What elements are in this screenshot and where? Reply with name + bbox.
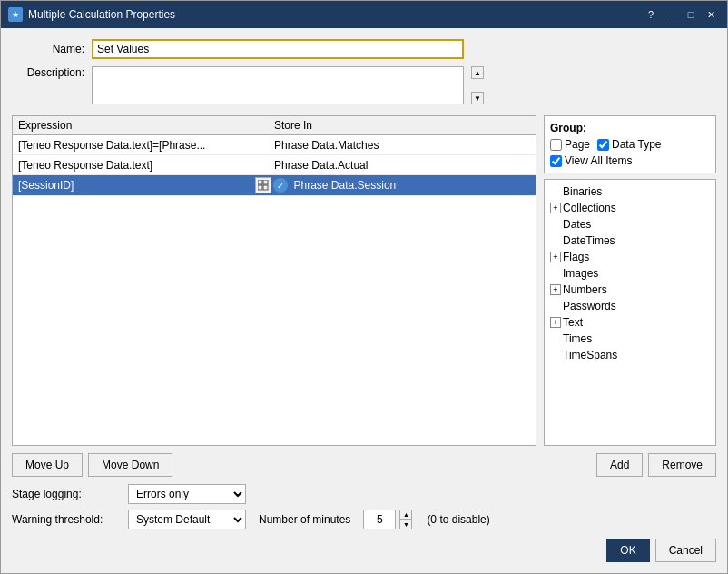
tree-section: Binaries + Collections Dates DateTimes [544, 179, 716, 446]
table-cell-store: Phrase Data.Session [294, 179, 531, 192]
stage-logging-label: Stage logging: [12, 488, 121, 500]
action-buttons-row: OK Cancel [12, 539, 716, 562]
title-bar: ★ Multiple Calculation Properties ? ─ □ … [1, 1, 727, 28]
tree-item-collections[interactable]: + Collections [545, 200, 715, 216]
page-checkbox-label[interactable]: Page [550, 138, 590, 151]
minutes-spinner: ▲ ▼ [363, 510, 412, 529]
tree-item-timespans[interactable]: TimeSpans [545, 347, 715, 363]
datatype-checkbox-label[interactable]: Data Type [597, 138, 661, 151]
table-body: [Teneo Response Data.text]=[Phrase... Ph… [13, 135, 536, 445]
content-area: Name: Description: ▲ ▼ Expression Store … [1, 28, 727, 573]
tree-item-passwords[interactable]: Passwords [545, 298, 715, 314]
tree-item-label: TimeSpans [563, 349, 617, 361]
tree-item-binaries[interactable]: Binaries [545, 183, 715, 200]
name-row: Name: [12, 39, 716, 59]
view-all-checkbox[interactable] [550, 155, 562, 167]
group-section: Group: Page Data Type [544, 115, 716, 173]
view-all-checkbox-label[interactable]: View All Items [550, 154, 632, 167]
ok-button[interactable]: OK [606, 539, 649, 562]
tree-item-datetimes[interactable]: DateTimes [545, 233, 715, 249]
maximize-button[interactable]: □ [682, 6, 700, 23]
title-bar-left: ★ Multiple Calculation Properties [8, 7, 175, 22]
stage-logging-select[interactable]: Errors only All None [128, 484, 246, 504]
add-button[interactable]: Add [596, 453, 643, 477]
main-panel: Expression Store In [Teneo Response Data… [12, 115, 716, 446]
tree-item-label: DateTimes [563, 234, 615, 247]
tree-item-label: Dates [563, 218, 591, 231]
remove-button[interactable]: Remove [648, 453, 716, 477]
tree-item-dates[interactable]: Dates [545, 216, 715, 233]
table-section: Expression Store In [Teneo Response Data… [12, 115, 536, 446]
table-row[interactable]: [Teneo Response Data.text]=[Phrase... Ph… [13, 135, 536, 155]
textarea-scroll-down[interactable]: ▼ [471, 92, 484, 104]
page-label: Page [565, 138, 590, 151]
table-cell-store: Phrase Data.Actual [274, 159, 530, 172]
table-col1-header: Expression [18, 119, 274, 132]
page-checkbox[interactable] [550, 139, 562, 151]
tree-item-flags[interactable]: + Flags [545, 249, 715, 265]
title-bar-controls: ? ─ □ ✕ [642, 6, 720, 23]
description-row: Description: ▲ ▼ [12, 66, 716, 104]
minimize-button[interactable]: ─ [662, 6, 680, 23]
name-input[interactable] [92, 39, 464, 59]
spinner-up-button[interactable]: ▲ [399, 510, 412, 520]
table-cell-expr: [Teneo Response Data.text]=[Phrase... [18, 139, 274, 152]
tree-item-images[interactable]: Images [545, 265, 715, 282]
number-of-minutes-label: Number of minutes [259, 513, 350, 526]
check-circle-icon: ✓ [273, 178, 288, 193]
grid-icon[interactable] [255, 177, 271, 193]
tree-item-label: Binaries [563, 185, 602, 198]
table-row[interactable]: [SessionID] ✓ [13, 175, 536, 196]
help-button[interactable]: ? [642, 6, 660, 23]
close-button[interactable]: ✕ [702, 6, 720, 23]
bottom-section: Stage logging: Errors only All None Warn… [12, 484, 716, 529]
datatype-label: Data Type [612, 138, 661, 151]
move-up-button[interactable]: Move Up [12, 453, 83, 477]
table-col2-header: Store In [274, 119, 530, 132]
stage-logging-row: Stage logging: Errors only All None [12, 484, 716, 504]
name-label: Name: [12, 43, 84, 55]
spinner-down-button[interactable]: ▼ [399, 520, 412, 529]
description-label: Description: [12, 66, 84, 79]
cancel-button[interactable]: Cancel [655, 539, 716, 562]
table-cell-expr: [SessionID] [18, 179, 255, 192]
tree-item-numbers[interactable]: + Numbers [545, 282, 715, 298]
tree-item-label: Passwords [563, 300, 616, 312]
datatype-checkbox[interactable] [597, 139, 609, 151]
warning-threshold-label: Warning threshold: [12, 513, 121, 526]
svg-rect-2 [258, 185, 262, 190]
textarea-scroll-up[interactable]: ▲ [471, 66, 484, 79]
tree-item-label: Text [563, 316, 583, 329]
tree-item-text[interactable]: + Text [545, 314, 715, 331]
window-title: Multiple Calculation Properties [28, 8, 175, 21]
description-input[interactable] [92, 66, 464, 104]
table-cell-expr: [Teneo Response Data.text] [18, 159, 274, 172]
table-row[interactable]: [Teneo Response Data.text] Phrase Data.A… [13, 155, 536, 175]
tree-expander-numbers[interactable]: + [550, 284, 561, 295]
right-panel: Group: Page Data Type [544, 115, 716, 446]
group-label: Group: [550, 122, 710, 134]
tree-item-label: Numbers [563, 283, 607, 296]
tree-expander-text[interactable]: + [550, 317, 561, 328]
window-icon: ★ [8, 7, 23, 22]
svg-rect-3 [263, 185, 268, 190]
move-down-button[interactable]: Move Down [88, 453, 172, 477]
spinner-buttons: ▲ ▼ [399, 510, 412, 529]
table-header: Expression Store In [13, 116, 536, 135]
table-cell-store: Phrase Data.Matches [274, 139, 530, 152]
tree-item-label: Flags [563, 251, 589, 263]
view-all-label: View All Items [565, 154, 632, 167]
row-action-icons: ✓ [255, 177, 290, 193]
zero-to-disable-label: (0 to disable) [427, 513, 489, 526]
main-window: ★ Multiple Calculation Properties ? ─ □ … [0, 0, 728, 574]
warning-threshold-select[interactable]: System Default Custom [128, 510, 246, 529]
group-checkboxes: Page Data Type [550, 138, 710, 151]
tree-expander-collections[interactable]: + [550, 203, 561, 213]
svg-rect-0 [258, 180, 262, 184]
minutes-input[interactable] [363, 510, 396, 529]
tree-item-times[interactable]: Times [545, 331, 715, 347]
view-all-row: View All Items [550, 154, 710, 167]
tree-expander-flags[interactable]: + [550, 252, 561, 262]
warning-threshold-row: Warning threshold: System Default Custom… [12, 510, 716, 529]
table-action-buttons: Move Up Move Down Add Remove [12, 453, 716, 477]
